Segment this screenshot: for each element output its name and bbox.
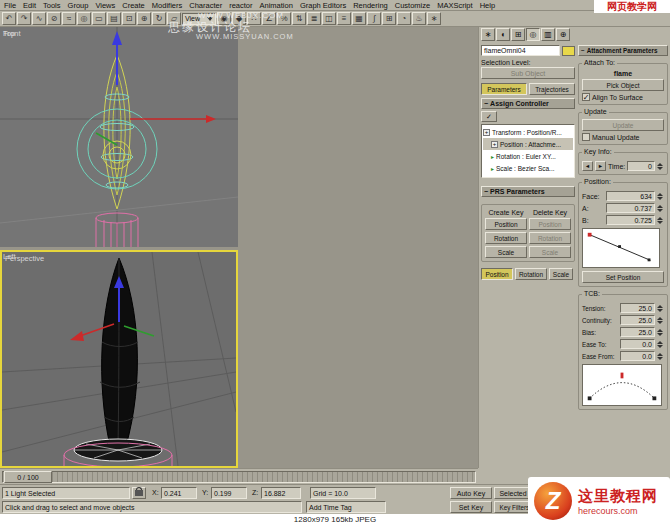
unlink-selection-icon[interactable]: ⊘ bbox=[47, 12, 61, 25]
mirror-icon[interactable]: ◫ bbox=[322, 12, 336, 25]
delete-key-scale-button[interactable]: Scale bbox=[529, 246, 571, 258]
graph-point-current[interactable] bbox=[588, 233, 592, 237]
align-to-surface-checkbox[interactable]: ✓ bbox=[582, 93, 590, 101]
face-spinner[interactable]: 634 bbox=[606, 191, 655, 201]
set-key-button[interactable]: Set Key bbox=[450, 501, 492, 513]
hierarchy-tab-icon[interactable]: ⊞ bbox=[511, 28, 525, 41]
controller-item-transform[interactable]: + Transform : Position/R... bbox=[483, 126, 573, 138]
sub-object-button[interactable]: Sub Object bbox=[481, 67, 575, 79]
bias-spinner[interactable]: 25.0 bbox=[620, 327, 655, 337]
expand-icon[interactable]: + bbox=[491, 141, 498, 148]
auto-key-button[interactable]: Auto Key bbox=[450, 487, 492, 499]
b-spinner[interactable]: 0.725 bbox=[606, 215, 655, 225]
spinner-arrows[interactable] bbox=[657, 217, 664, 224]
select-and-scale-icon[interactable]: ▱ bbox=[167, 12, 181, 25]
controller-item-scale[interactable]: ▸ Scale : Bezier Sca... bbox=[483, 162, 573, 174]
menu-edit[interactable]: Edit bbox=[23, 1, 36, 10]
selected-dropdown[interactable]: Selected bbox=[494, 487, 540, 499]
select-and-link-icon[interactable]: ∿ bbox=[32, 12, 46, 25]
y-coordinate-field[interactable]: 0.199 bbox=[211, 487, 247, 499]
spinner-arrows[interactable] bbox=[657, 341, 664, 348]
a-spinner[interactable]: 0.737 bbox=[606, 203, 655, 213]
align-icon[interactable]: ≡ bbox=[337, 12, 351, 25]
parameters-button[interactable]: Parameters bbox=[481, 83, 527, 95]
display-tab-icon[interactable]: ▥ bbox=[541, 28, 555, 41]
render-scene-icon[interactable]: ♨ bbox=[412, 12, 426, 25]
select-by-name-icon[interactable]: ▤ bbox=[107, 12, 121, 25]
key-filters-button[interactable]: Key Filters... bbox=[494, 501, 540, 513]
time-slider-knob[interactable]: 0 / 100 bbox=[4, 471, 52, 483]
controller-item-position[interactable]: + Position : Attachme... bbox=[483, 138, 573, 150]
angle-snap-icon[interactable]: ∠ bbox=[262, 12, 276, 25]
update-button[interactable]: Update bbox=[582, 119, 664, 131]
spinner-arrows[interactable] bbox=[657, 205, 664, 212]
trajectories-button[interactable]: Trajectories bbox=[529, 83, 575, 95]
menu-help[interactable]: Help bbox=[480, 1, 495, 10]
menu-views[interactable]: Views bbox=[95, 1, 115, 10]
spinner-arrows[interactable] bbox=[657, 163, 664, 170]
create-key-position-button[interactable]: Position bbox=[485, 218, 527, 230]
named-selection-sets-icon[interactable]: ≣ bbox=[307, 12, 321, 25]
menu-maxscript[interactable]: MAXScript bbox=[437, 1, 472, 10]
object-color-swatch[interactable] bbox=[562, 46, 575, 56]
motion-tab-icon[interactable]: ◎ bbox=[526, 28, 540, 41]
menu-animation[interactable]: Animation bbox=[260, 1, 293, 10]
use-center-icon[interactable]: ◉ bbox=[217, 12, 231, 25]
manual-update-checkbox[interactable] bbox=[582, 133, 590, 141]
bind-to-space-warp-icon[interactable]: ≈ bbox=[62, 12, 76, 25]
menu-reactor[interactable]: reactor bbox=[229, 1, 252, 10]
pick-object-button[interactable]: Pick Object bbox=[582, 79, 664, 91]
subcontroller-rotation-button[interactable]: Rotation bbox=[515, 268, 547, 280]
modify-tab-icon[interactable]: ◖ bbox=[496, 28, 510, 41]
ease-from-spinner[interactable]: 0.0 bbox=[620, 351, 655, 361]
set-position-button[interactable]: Set Position bbox=[582, 271, 664, 283]
time-spinner[interactable]: 0 bbox=[627, 161, 655, 171]
select-and-manipulate-icon[interactable]: ◆ bbox=[232, 12, 246, 25]
spinner-arrows[interactable] bbox=[657, 317, 664, 324]
menu-create[interactable]: Create bbox=[122, 1, 145, 10]
spinner-arrows[interactable] bbox=[657, 193, 664, 200]
delete-key-rotation-button[interactable]: Rotation bbox=[529, 232, 571, 244]
move-gizmo[interactable] bbox=[96, 31, 216, 145]
assign-controller-rollout[interactable]: − Assign Controller bbox=[481, 98, 575, 109]
subcontroller-position-button[interactable]: Position bbox=[481, 268, 513, 280]
add-time-tag-field[interactable]: Add Time Tag bbox=[306, 501, 386, 513]
menu-modifiers[interactable]: Modifiers bbox=[152, 1, 182, 10]
select-and-move-icon[interactable]: ⊕ bbox=[137, 12, 151, 25]
menu-tools[interactable]: Tools bbox=[43, 1, 61, 10]
curve-editor-icon[interactable]: ∫ bbox=[367, 12, 381, 25]
selection-region-icon[interactable]: ▭ bbox=[92, 12, 106, 25]
z-coordinate-field[interactable]: 16.882 bbox=[261, 487, 301, 499]
perspective-viewport-canvas[interactable] bbox=[2, 252, 236, 466]
face-position-graph[interactable] bbox=[582, 228, 660, 268]
time-slider-track[interactable] bbox=[2, 471, 476, 483]
assign-controller-button[interactable]: ✓ bbox=[481, 111, 497, 122]
spinner-arrows[interactable] bbox=[657, 353, 664, 360]
attachment-parameters-rollout[interactable]: − Attachment Parameters bbox=[578, 45, 668, 56]
viewport-front[interactable]: Front bbox=[0, 27, 238, 247]
create-key-scale-button[interactable]: Scale bbox=[485, 246, 527, 258]
viewport-perspective[interactable]: Perspective bbox=[0, 250, 238, 468]
controller-item-rotation[interactable]: ▸ Rotation : Euler XY... bbox=[483, 150, 573, 162]
menu-character[interactable]: Character bbox=[189, 1, 222, 10]
viewport-label[interactable]: Perspective bbox=[5, 254, 44, 263]
viewport-label[interactable]: Front bbox=[3, 29, 21, 38]
select-and-rotate-icon[interactable]: ↻ bbox=[152, 12, 166, 25]
material-editor-icon[interactable]: ◔ bbox=[397, 12, 411, 25]
menu-customize[interactable]: Customize bbox=[395, 1, 430, 10]
front-viewport-canvas[interactable] bbox=[0, 27, 238, 247]
create-tab-icon[interactable]: ∗ bbox=[481, 28, 495, 41]
selection-lock-toggle[interactable] bbox=[132, 487, 146, 499]
schematic-view-icon[interactable]: ⊞ bbox=[382, 12, 396, 25]
delete-key-position-button[interactable]: Position bbox=[529, 218, 571, 230]
controller-tree[interactable]: + Transform : Position/R... + Position :… bbox=[481, 124, 575, 178]
spinner-arrows[interactable] bbox=[657, 329, 664, 336]
utilities-tab-icon[interactable]: ⊕ bbox=[556, 28, 570, 41]
menu-group[interactable]: Group bbox=[68, 1, 89, 10]
continuity-spinner[interactable]: 25.0 bbox=[620, 315, 655, 325]
reference-coordinate-dropdown[interactable]: View bbox=[182, 13, 216, 25]
previous-key-button[interactable]: ◄ bbox=[582, 161, 593, 171]
snap-toggle-icon[interactable]: ∴ bbox=[247, 12, 261, 25]
menu-graph-editors[interactable]: Graph Editors bbox=[300, 1, 346, 10]
create-key-rotation-button[interactable]: Rotation bbox=[485, 232, 527, 244]
